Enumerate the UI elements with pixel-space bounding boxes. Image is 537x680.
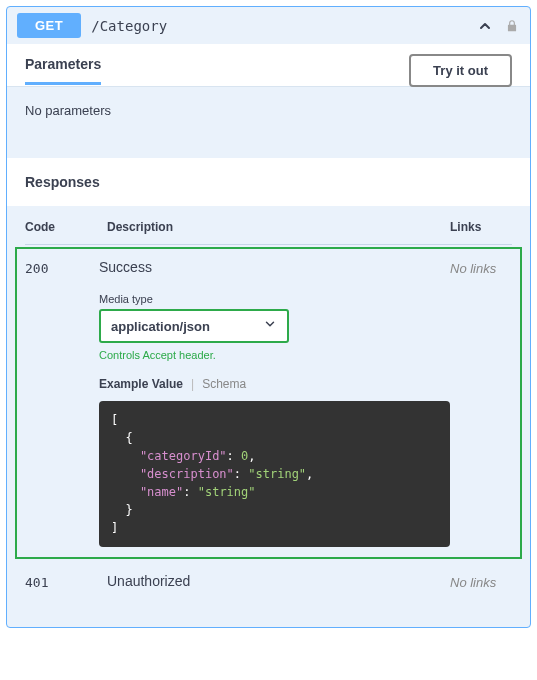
media-type-hint: Controls Accept header. (99, 349, 450, 361)
tab-schema[interactable]: Schema (202, 377, 246, 391)
response-row-200: 200 Success Media type application/json … (15, 247, 522, 559)
operation-header[interactable]: GET /Category (7, 7, 530, 44)
media-type-value: application/json (111, 319, 263, 334)
api-operation-panel: GET /Category Parameters Try it out No p… (6, 6, 531, 628)
parameters-section: Parameters Try it out No parameters (7, 44, 530, 158)
parameters-empty-text: No parameters (7, 86, 530, 158)
links-value: No links (450, 261, 496, 276)
media-type-label: Media type (99, 293, 450, 305)
responses-body: Code Description Links 200 Success Media… (7, 206, 530, 627)
response-row-401: 401 Unauthorized No links (25, 561, 512, 607)
example-schema-tabs: Example Value | Schema (99, 377, 450, 391)
status-description: Success (99, 259, 450, 275)
chevron-up-icon[interactable] (476, 17, 494, 35)
lock-icon[interactable] (504, 18, 520, 34)
example-code-block[interactable]: [ { "categoryId": 0, "description": "str… (99, 401, 450, 547)
endpoint-path: /Category (91, 18, 167, 34)
media-type-select[interactable]: application/json (99, 309, 289, 343)
responses-table-header: Code Description Links (25, 220, 512, 245)
tab-example-value[interactable]: Example Value (99, 377, 183, 391)
status-description: Unauthorized (107, 573, 450, 589)
col-header-description: Description (107, 220, 450, 234)
col-header-code: Code (25, 220, 107, 234)
try-it-out-button[interactable]: Try it out (409, 54, 512, 87)
tab-divider: | (191, 377, 194, 391)
chevron-down-icon (263, 317, 277, 335)
status-code: 200 (25, 261, 48, 276)
http-method-badge: GET (17, 13, 81, 38)
col-header-links: Links (450, 220, 512, 234)
parameters-title: Parameters (25, 56, 101, 85)
responses-title: Responses (7, 158, 530, 206)
links-value: No links (450, 575, 496, 590)
status-code: 401 (25, 575, 48, 590)
